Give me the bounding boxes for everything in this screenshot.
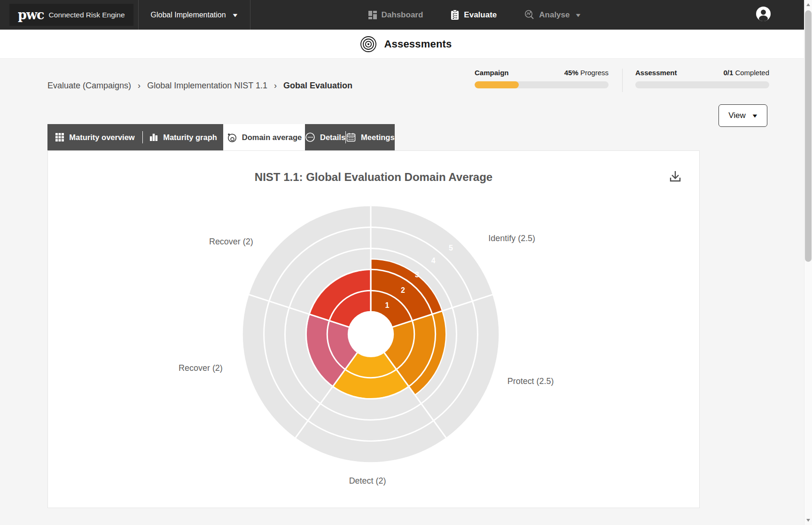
tab-maturity-overview[interactable]: Maturity overview <box>47 124 142 150</box>
breadcrumb-item-campaign[interactable]: Global Implementation NIST 1.1 <box>147 81 267 90</box>
nav-item-dashboard[interactable]: Dahsboard <box>368 10 423 20</box>
nav-item-analyse[interactable]: Analyse ▼ <box>524 9 581 20</box>
chevron-down-icon: ▼ <box>575 12 582 18</box>
scroll-up-arrow[interactable] <box>806 3 810 6</box>
view-dropdown-button[interactable]: View ▼ <box>718 104 767 127</box>
tab-label: Maturity graph <box>163 133 217 142</box>
assessment-label: Assessment <box>635 69 677 77</box>
account-circle-icon <box>756 7 771 21</box>
breadcrumb-separator: › <box>138 81 141 90</box>
download-icon <box>667 169 683 185</box>
dashboard-icon <box>368 10 377 20</box>
tab-details[interactable]: Details <box>305 124 345 150</box>
brand-logo[interactable]: pwc Connected Risk Engine <box>9 4 133 26</box>
breadcrumb: Evaluate (Campaigns) › Global Implementa… <box>47 81 352 91</box>
axis-tick-label-1: 1 <box>385 301 389 309</box>
chart-title: NIST 1.1: Global Evaluation Domain Avera… <box>48 171 699 184</box>
assessment-progress-bar <box>635 81 769 88</box>
campaign-progress-fill <box>475 81 519 88</box>
user-avatar[interactable] <box>756 7 771 23</box>
vertical-scrollbar[interactable] <box>804 0 812 525</box>
pwc-logo: pwc <box>18 8 44 22</box>
target-icon <box>360 36 377 53</box>
nav-divider <box>250 0 250 30</box>
view-button-label: View <box>728 111 746 120</box>
breadcrumb-item-current: Gobal Evaluation <box>283 81 352 90</box>
domain-average-chart: 12345Identify (2.5)Protect (2.5)Detect (… <box>48 151 699 508</box>
category-label-protect-1: Protect (2.5) <box>508 376 554 386</box>
breadcrumb-separator: › <box>274 81 277 90</box>
campaign-progress-value: 45% Progress <box>564 69 609 77</box>
axis-tick-label-5: 5 <box>449 244 453 252</box>
assessment-progress: Assessment 0/1 Completed <box>635 69 769 88</box>
page-header: Assessments <box>0 30 812 59</box>
category-label-recover-4: Recover (2) <box>209 237 253 246</box>
scrollbar-thumb[interactable] <box>805 10 812 262</box>
product-name: Connected Risk Engine <box>49 11 125 19</box>
progress-divider <box>622 69 623 92</box>
nav-item-label: Evaluate <box>464 10 497 20</box>
evaluate-clipboard-icon <box>450 9 460 20</box>
chart-card: 12345Identify (2.5)Protect (2.5)Detect (… <box>47 150 700 508</box>
tab-meetings[interactable]: Meetings <box>346 124 395 150</box>
tab-maturity-graph[interactable]: Maturity graph <box>143 124 223 150</box>
axis-tick-label-4: 4 <box>431 257 436 265</box>
bar-chart-icon <box>149 133 158 142</box>
primary-nav: Dahsboard Evaluate <box>368 9 581 20</box>
campaign-progress: Campaign 45% Progress <box>475 69 609 88</box>
grid-icon <box>55 133 64 142</box>
tab-bar: Maturity overview Maturity graph Domain … <box>47 124 395 150</box>
nav-item-evaluate[interactable]: Evaluate <box>450 9 497 20</box>
tab-label: Maturity overview <box>69 133 134 142</box>
assessment-progress-value: 0/1 Completed <box>723 69 769 77</box>
axis-tick-label-3: 3 <box>415 271 419 279</box>
details-ellipsis-icon <box>305 132 315 142</box>
calendar-icon <box>346 132 356 142</box>
chart-center-hole <box>348 312 393 357</box>
download-chart-button[interactable] <box>667 169 683 185</box>
context-dropdown-label: Global Implementation <box>151 11 226 19</box>
chevron-down-icon: ▼ <box>231 12 239 18</box>
content-area: Evaluate (Campaigns) › Global Implementa… <box>0 59 812 525</box>
nav-item-label: Analyse <box>539 10 570 20</box>
page-title: Assessments <box>384 38 452 50</box>
scroll-down-arrow[interactable] <box>806 519 810 522</box>
tab-label: Domain average <box>242 133 302 142</box>
analyse-search-icon <box>524 9 535 20</box>
campaign-label: Campaign <box>475 69 509 77</box>
top-nav: pwc Connected Risk Engine Global Impleme… <box>0 0 812 30</box>
campaign-progress-bar <box>475 81 609 88</box>
breadcrumb-item-campaigns[interactable]: Evaluate (Campaigns) <box>47 81 131 90</box>
category-label-recover-3: Recover (2) <box>179 363 223 373</box>
axis-tick-label-2: 2 <box>401 286 405 294</box>
tab-label: Details <box>320 133 345 142</box>
context-dropdown[interactable]: Global Implementation ▼ <box>139 0 250 30</box>
tab-label: Meetings <box>361 133 395 142</box>
tab-domain-average[interactable]: Domain average <box>223 124 305 150</box>
category-label-identify-0: Identify (2.5) <box>488 234 535 243</box>
domain-average-icon <box>226 132 237 143</box>
category-label-detect-2: Detect (2) <box>349 476 386 486</box>
chevron-down-icon: ▼ <box>751 113 758 118</box>
nav-item-label: Dahsboard <box>382 10 423 20</box>
